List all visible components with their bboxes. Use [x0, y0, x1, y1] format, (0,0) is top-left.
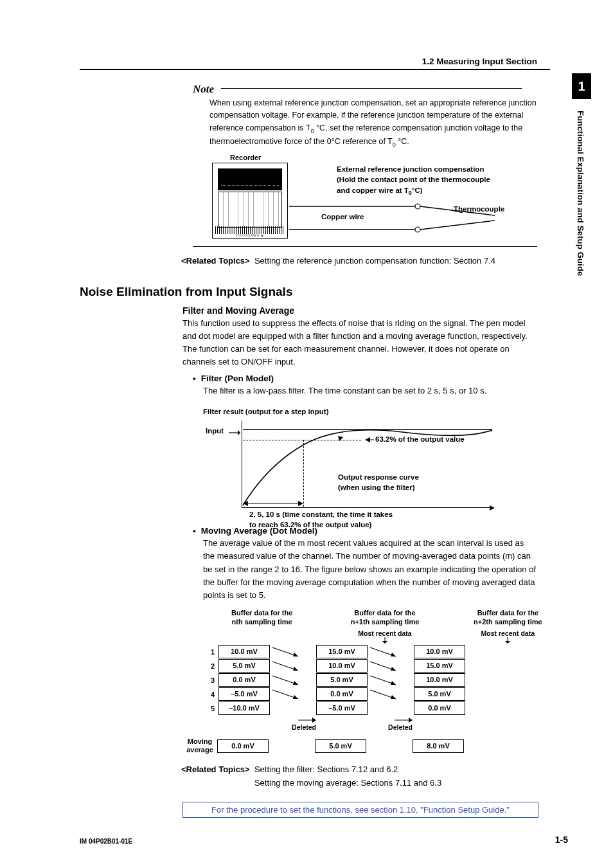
related-topics-2: <Related Topics> Setting the filter: Sec…: [181, 763, 537, 790]
buf-index: 2: [203, 662, 218, 670]
buf-index: 4: [203, 691, 218, 698]
shift-arrow-icon: [270, 659, 316, 673]
mavg-cell-2: 5.0 mV: [315, 739, 366, 753]
svg-marker-26: [391, 667, 396, 671]
arrow-right-icon: [395, 717, 413, 723]
deleted-label-1: Deleted: [270, 716, 316, 731]
deleted-label-2: Deleted: [366, 716, 413, 731]
shift-arrow-icon: [368, 659, 414, 673]
svg-marker-8: [238, 430, 240, 435]
related-label: <Related Topics>: [181, 256, 250, 266]
most-recent-2: Most recent data: [342, 629, 427, 645]
buf-cell: 0.0 mV: [414, 701, 465, 715]
para-mavg-desc: The average value of the m most recent v…: [203, 537, 537, 602]
percent-label: 63.2% of the output value: [365, 435, 465, 443]
shift-arrow-icon: [270, 687, 316, 701]
chapter-title-vertical: Functional Explanation and Setup Guide: [576, 111, 585, 276]
chapter-tab: 1 Functional Explanation and Setup Guide: [572, 73, 591, 276]
svg-marker-32: [293, 695, 298, 699]
note-text-3: °C.: [396, 137, 409, 146]
svg-marker-10: [365, 437, 370, 442]
svg-point-2: [415, 204, 420, 209]
shift-arrow-icon: [368, 673, 414, 687]
mavg-label: Movingaverage: [185, 737, 215, 754]
heading-filter-mavg: Filter and Moving Average: [182, 305, 537, 316]
wiring-icon: [289, 201, 533, 237]
buf-cell: 0.0 mV: [218, 673, 270, 687]
filter-response-diagram: Input 63.2% of the output value Output r…: [203, 418, 499, 521]
arrow-left-icon: [365, 437, 374, 442]
svg-line-4: [420, 206, 495, 215]
input-arrow-icon: [229, 429, 240, 436]
buf-cell: 5.0 mV: [218, 659, 270, 673]
svg-marker-34: [391, 695, 396, 699]
buf-cell: 15.0 mV: [414, 659, 465, 673]
related2-line2: Setting the moving average: Sections 7.1…: [254, 778, 441, 788]
buf-cell: 10.0 mV: [414, 645, 465, 658]
buf-cell: 0.0 mV: [316, 687, 368, 701]
related2-label: <Related Topics>: [181, 764, 250, 774]
buf-cell: –10.0 mV: [218, 701, 270, 715]
section-header: 1.2 Measuring Input Section: [80, 57, 550, 70]
svg-marker-28: [293, 681, 298, 685]
buf-cell: 5.0 mV: [414, 687, 465, 701]
ext-rjc-label: External reference junction compensation…: [337, 164, 490, 198]
rjc-diagram: Recorder YOKOGAWA ◆ External reference j…: [209, 154, 537, 244]
buffer-row: 25.0 mV10.0 mV15.0 mV: [203, 659, 550, 673]
buffer-row: 110.0 mV15.0 mV10.0 mV: [203, 645, 550, 659]
buf-index: 3: [203, 676, 218, 684]
svg-marker-24: [293, 667, 298, 671]
buf-cell: 15.0 mV: [316, 645, 368, 658]
buf-cell: 5.0 mV: [316, 673, 368, 687]
related2-line1: Setting the filter: Sections 7.12 and 6.…: [254, 764, 398, 774]
svg-marker-18: [505, 641, 510, 644]
mavg-cell-1: 0.0 mV: [217, 739, 269, 753]
note-body: When using external reference junction c…: [209, 97, 537, 150]
svg-line-5: [420, 221, 495, 230]
shift-arrow-icon: [368, 645, 414, 659]
svg-marker-20: [293, 653, 298, 656]
buf-cell: –5.0 mV: [316, 701, 368, 715]
page-number: 1-5: [555, 835, 568, 845]
most-recent-3: Most recent data: [466, 629, 550, 645]
buf-index: 5: [203, 705, 218, 712]
mavg-cell-3: 8.0 mV: [413, 739, 464, 753]
heading-noise-elim: Noise Elimination from Input Signals: [80, 285, 537, 299]
shift-arrow-icon: [368, 701, 414, 716]
recorder-label: Recorder: [230, 154, 261, 161]
output-response-label: Output response curve(when using the fil…: [338, 472, 419, 493]
content-area: 1.2 Measuring Input Section Note When us…: [80, 57, 537, 818]
buf-cell: 10.0 mV: [414, 673, 465, 687]
buf-cell: 10.0 mV: [316, 659, 368, 673]
svg-marker-13: [243, 501, 248, 506]
col2-head: Buffer data for then+1th sampling time: [342, 608, 427, 627]
chapter-number: 1: [572, 73, 591, 99]
svg-marker-30: [391, 681, 396, 685]
page: 1 Functional Explanation and Setup Guide…: [0, 0, 613, 868]
buffer-row: 4–5.0 mV0.0 mV5.0 mV: [203, 687, 550, 701]
arrow-right-icon: [298, 717, 316, 723]
bullet-filter: •Filter (Pen Model): [193, 374, 537, 383]
related-topics-1: <Related Topics> Setting the reference j…: [181, 256, 537, 266]
para-filter-desc: The filter is a low-pass filter. The tim…: [203, 384, 537, 397]
timeconst-label: 2, 5, 10 s (time constant, the time it t…: [249, 509, 393, 530]
buf-cell: 10.0 mV: [218, 645, 270, 658]
filter-caption: Filter result (output for a step input): [203, 408, 537, 415]
buffer-row: 5–10.0 mV–5.0 mV0.0 mV: [203, 701, 550, 716]
input-label: Input: [206, 427, 224, 435]
recorder-icon: YOKOGAWA ◆: [212, 163, 288, 239]
arrow-down-icon: [382, 637, 388, 644]
shift-arrow-icon: [270, 701, 316, 716]
buf-index: 1: [203, 648, 218, 656]
moving-average-diagram: Buffer data for thenth sampling time Buf…: [203, 608, 550, 754]
para-filter-mavg: This function used to suppress the effec…: [182, 317, 537, 369]
filter-curve-icon: [242, 420, 492, 508]
svg-point-3: [415, 227, 420, 232]
related-text: Setting the reference junction compensat…: [254, 256, 495, 266]
shift-arrow-icon: [270, 673, 316, 687]
svg-marker-14: [298, 501, 303, 506]
svg-marker-22: [391, 653, 396, 656]
col3-head: Buffer data for then+2th sampling time: [466, 608, 550, 627]
col1-head: Buffer data for thenth sampling time: [220, 608, 304, 627]
svg-marker-16: [382, 641, 387, 644]
